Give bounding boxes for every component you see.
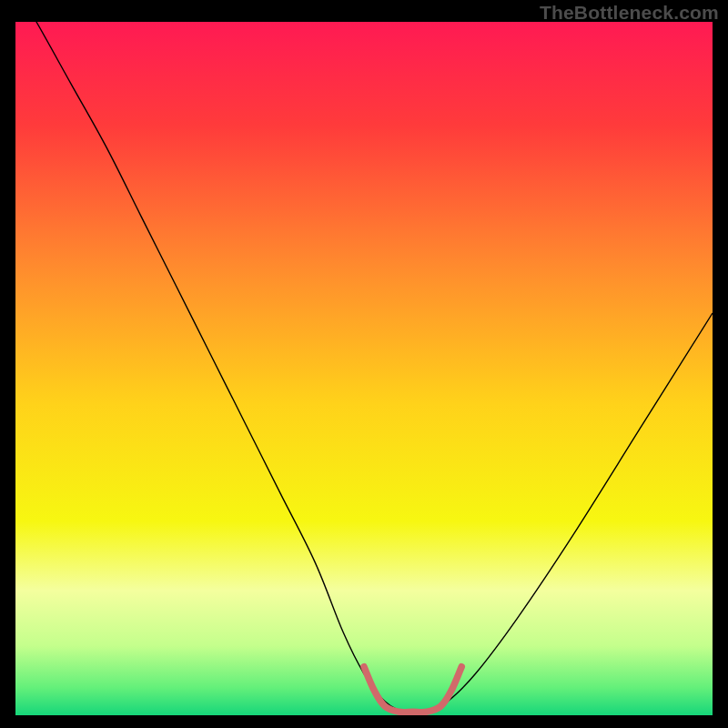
chart-svg [15, 22, 713, 715]
watermark-text: TheBottleneck.com [540, 2, 719, 24]
gradient-background [15, 22, 713, 715]
chart-frame: TheBottleneck.com [0, 0, 728, 728]
plot-area [15, 22, 713, 715]
